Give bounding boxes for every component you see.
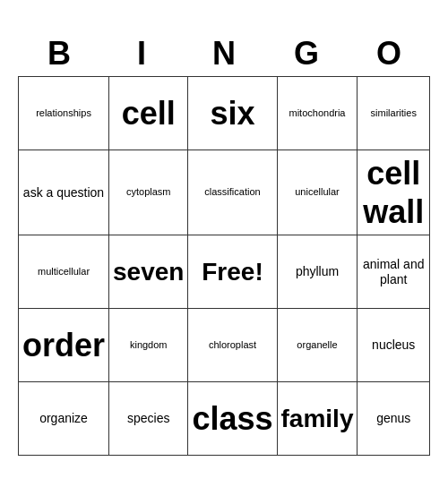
cell-text: multicellular	[38, 266, 90, 278]
cell-r2-c3: phyllum	[278, 235, 358, 309]
cell-r0-c0: relationships	[19, 77, 109, 150]
bingo-header: BINGO	[18, 31, 430, 76]
header-letter: I	[100, 31, 183, 76]
cell-r0-c1: cell	[109, 77, 188, 150]
cell-r0-c3: mitochondria	[278, 77, 358, 150]
cell-text: similarities	[371, 107, 417, 119]
header-letter: B	[18, 31, 100, 76]
cell-text: phyllum	[296, 264, 339, 279]
cell-text: species	[127, 411, 169, 426]
cell-text: relationships	[36, 107, 91, 119]
cell-r4-c3: family	[278, 382, 358, 456]
cell-r1-c3: unicellular	[278, 150, 358, 235]
cell-text: nucleus	[372, 337, 415, 353]
cell-text: Free!	[202, 257, 263, 287]
cell-text: seven	[113, 257, 184, 287]
cell-r2-c4: animal and plant	[358, 235, 430, 309]
cell-r4-c4: genus	[358, 382, 430, 456]
cell-text: cell	[122, 94, 176, 132]
cell-r3-c2: chloroplast	[188, 309, 277, 382]
cell-text: family	[281, 404, 354, 434]
cell-r2-c0: multicellular	[19, 235, 109, 309]
cell-text: cytoplasm	[126, 186, 171, 198]
cell-r3-c3: organelle	[278, 309, 358, 382]
cell-r0-c4: similarities	[358, 77, 430, 150]
cell-r4-c2: class	[188, 382, 277, 456]
cell-text: genus	[376, 411, 410, 426]
cell-text: unicellular	[295, 186, 340, 198]
cell-r4-c0: organize	[19, 382, 109, 456]
cell-text: organize	[39, 411, 88, 426]
cell-r4-c1: species	[109, 382, 188, 456]
cell-r0-c2: six	[188, 77, 277, 150]
cell-r3-c1: kingdom	[109, 309, 188, 382]
cell-r2-c1: seven	[109, 235, 188, 309]
header-letter: G	[265, 31, 348, 76]
cell-r1-c1: cytoplasm	[109, 150, 188, 235]
cell-text: six	[210, 94, 254, 132]
cell-text: order	[22, 326, 105, 364]
cell-r3-c4: nucleus	[358, 309, 430, 382]
cell-r3-c0: order	[19, 309, 109, 382]
cell-text: chloroplast	[209, 339, 256, 351]
cell-text: animal and plant	[361, 257, 426, 287]
bingo-card: BINGO relationshipscellsixmitochondriasi…	[18, 31, 430, 456]
header-letter: N	[183, 31, 265, 76]
cell-text: mitochondria	[289, 107, 346, 119]
cell-text: kingdom	[130, 339, 168, 351]
header-letter: O	[348, 31, 430, 76]
cell-text: cell wall	[361, 154, 426, 231]
cell-text: class	[192, 399, 272, 438]
cell-r2-c2: Free!	[188, 235, 277, 309]
cell-text: organelle	[297, 339, 337, 351]
cell-text: ask a question	[23, 185, 104, 201]
cell-r1-c0: ask a question	[19, 150, 109, 235]
cell-text: classification	[204, 186, 260, 198]
cell-r1-c4: cell wall	[358, 150, 430, 235]
cell-r1-c2: classification	[188, 150, 277, 235]
bingo-grid: relationshipscellsixmitochondriasimilari…	[18, 76, 430, 456]
